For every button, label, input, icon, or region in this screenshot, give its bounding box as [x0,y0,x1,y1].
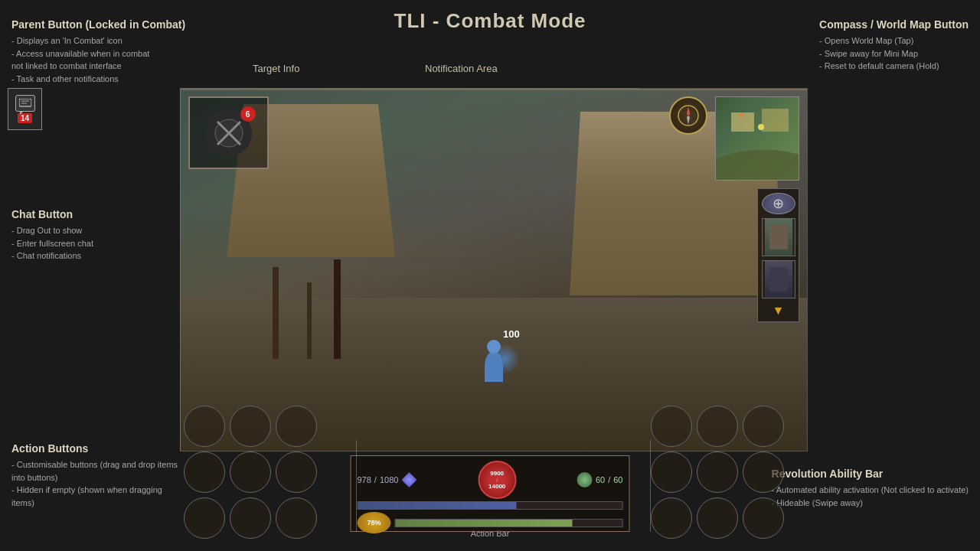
stamina-text: 60 [596,475,605,484]
target-icon: 6 [206,110,252,156]
rev-btn-6[interactable] [743,452,784,493]
annotation-parent-button: Parent Button (Locked in Combat) - Displ… [11,17,185,85]
annotation-action-buttons: Action Buttons - Customisable buttons (d… [11,441,180,509]
player-character [485,351,503,382]
annotation-target-info: Target Info [253,61,299,77]
minimap-overlay [716,97,799,180]
compass-button[interactable] [669,96,707,135]
stamina-max-text: 60 [613,475,622,484]
mana-gem [401,472,416,487]
action-btn-8[interactable] [230,497,271,539]
action-btn-6[interactable] [276,452,317,493]
mana-max-text: 1080 [380,475,398,484]
stamina-display: 60 / 60 [577,472,623,487]
action-btn-9[interactable] [276,497,317,539]
game-viewport: 100 6 [180,88,808,452]
action-btn-3[interactable] [276,406,317,447]
action-btn-1[interactable] [184,406,225,447]
action-btn-4[interactable] [184,452,225,493]
compass-area: ⊕ ▼ [669,96,799,238]
action-btn-5[interactable] [230,452,271,493]
hp-max: 14000 [488,483,505,490]
action-bar: 978 / 1080 9900 / 14000 60 / 60 78% [351,455,630,532]
mana-display: 978 / 1080 [358,472,417,487]
combat-area: 100 [448,328,540,390]
ribbon-compass-icon: ⊕ [762,193,795,214]
action-btn-2[interactable] [230,406,271,447]
ribbon-item-2 [762,260,795,298]
hp-display: 9900 / 14000 [478,461,516,499]
annotation-chat-button: Chat Button - Drag Out to show - Enter f… [11,207,93,262]
annotation-revolution-bar: Revolution Ability Bar - Automated abili… [772,466,969,509]
action-btn-7[interactable] [184,497,225,539]
xp-row: 78% [358,512,623,533]
xp-percent: 78% [367,519,381,527]
rev-btn-9[interactable] [743,497,784,539]
minimap[interactable] [715,96,799,181]
xp-bar [395,519,623,527]
action-buttons-left [180,402,333,547]
rev-btn-5[interactable] [697,452,738,493]
child-ribbon[interactable]: ⊕ ▼ [757,188,799,322]
rev-btn-4[interactable] [651,452,692,493]
game-scene: 100 6 [181,89,807,451]
chat-button[interactable]: 14 [8,88,42,130]
damage-number: 100 [503,328,520,340]
rev-btn-8[interactable] [697,497,738,539]
target-info-box[interactable]: 6 [188,96,269,169]
ribbon-scroll-arrow[interactable]: ▼ [773,304,785,318]
target-badge: 6 [240,106,256,122]
svg-marker-8 [687,116,690,125]
level-badge: 78% [358,512,391,533]
stats-row: 978 / 1080 9900 / 14000 60 / 60 [351,456,629,501]
hp-circle: 9900 / 14000 [478,461,516,499]
rev-btn-2[interactable] [697,406,738,447]
rev-btn-7[interactable] [651,497,692,539]
chat-icon [15,95,35,112]
xp-fill [396,520,573,527]
hp-separator: / [496,478,498,483]
mana-text: 978 [358,475,371,484]
svg-marker-7 [687,106,690,116]
stamina-gem [577,472,593,487]
page-title: TLI - Combat Mode [394,9,586,33]
progress-fill [358,502,517,509]
annotation-notification-area: Notification Area [425,61,498,77]
rev-btn-3[interactable] [743,406,784,447]
ribbon-item-1 [762,218,795,256]
mana-separator: / [374,475,377,484]
annotation-compass: Compass / World Map Button - Opens World… [819,17,969,73]
rev-btn-1[interactable] [651,406,692,447]
revolution-bar [647,402,800,547]
stamina-separator: / [608,475,610,484]
svg-rect-0 [19,99,31,106]
progress-bar [358,501,623,510]
hp-current: 9900 [490,470,504,478]
